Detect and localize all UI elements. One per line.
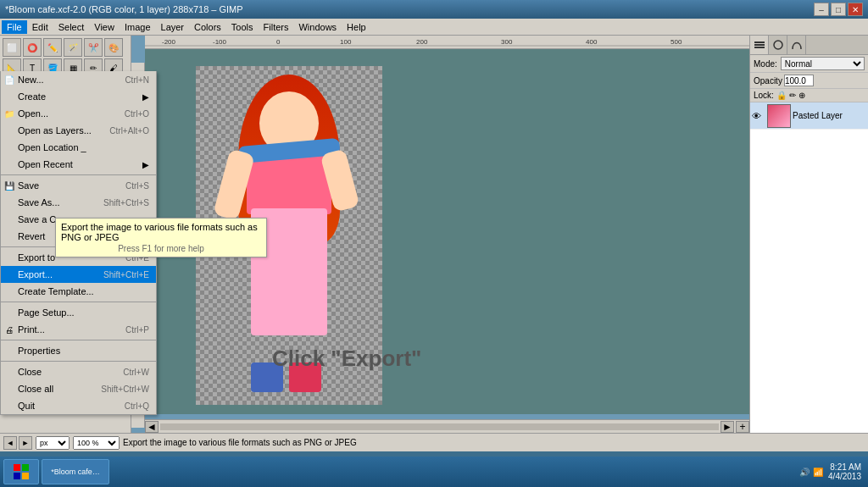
menu-export[interactable]: Export... Shift+Ctrl+E (1, 266, 156, 283)
layer-visibility-eye[interactable]: 👁 (752, 111, 765, 121)
svg-text:500: 500 (670, 38, 682, 46)
menu-filters[interactable]: Filters (259, 20, 294, 34)
menu-image[interactable]: Image (120, 20, 156, 34)
nav-back-btn[interactable]: ◄ (3, 436, 17, 450)
menu-save[interactable]: 💾 Save Ctrl+S (1, 177, 156, 194)
scroll-left-btn[interactable]: ◄ (145, 421, 159, 433)
zoom-select[interactable]: 100 % (73, 436, 120, 450)
menu-tools[interactable]: Tools (226, 20, 259, 34)
clock-time: 8:21 AM (828, 462, 861, 472)
mode-row: Mode: Normal (750, 55, 868, 73)
close-menu-icon (3, 365, 16, 379)
menu-print-shortcut: Ctrl+P (125, 325, 149, 335)
menu-export-to-label: Export to (18, 252, 55, 263)
menu-properties[interactable]: Properties (1, 342, 156, 359)
taskbar-gimp-btn[interactable]: *Bloom cafe… (42, 459, 109, 484)
menu-close-shortcut: Ctrl+W (123, 368, 149, 377)
tab-paths[interactable] (787, 36, 806, 54)
print-icon: 🖨 (3, 323, 16, 336)
tool-scissors[interactable]: ✂️ (84, 38, 103, 57)
layer-row[interactable]: 👁 Pasted Layer (750, 102, 868, 130)
create-template-icon (3, 285, 16, 298)
close-button[interactable]: ✕ (848, 3, 863, 16)
opacity-row: Opacity (750, 73, 868, 89)
menu-new-shortcut: Ctrl+N (125, 75, 149, 85)
taskbar: *Bloom cafe… 🔊 📶 8:21 AM 4/4/2013 (0, 457, 868, 487)
menu-create-template-label: Create Template... (18, 286, 94, 296)
nav-fwd-btn[interactable]: ► (19, 436, 32, 450)
svg-rect-0 (145, 36, 749, 49)
menu-open[interactable]: 📁 Open... Ctrl+O (1, 105, 156, 122)
mode-select[interactable]: Normal (781, 57, 865, 70)
tool-free-select[interactable]: ✏️ (43, 38, 62, 57)
svg-text:-100: -100 (213, 38, 227, 46)
export-to-icon (3, 251, 16, 264)
menu-quit[interactable]: Quit Ctrl+Q (1, 397, 156, 414)
menu-edit[interactable]: Edit (27, 20, 53, 34)
scroll-expand-btn[interactable]: + (736, 421, 749, 433)
tool-foreground[interactable]: 🎨 (104, 38, 123, 57)
tooltip-hint-text: Press F1 for more help (61, 244, 261, 253)
menu-file[interactable]: File (2, 20, 27, 34)
svg-rect-27 (22, 473, 29, 479)
menu-bar: File Edit Select View Image Layer Colors… (0, 19, 868, 36)
menu-create-template[interactable]: Create Template... (1, 283, 156, 300)
svg-point-23 (774, 41, 782, 49)
open-location-icon (3, 141, 16, 154)
tool-rectangle[interactable]: ⬜ (3, 38, 21, 57)
page-setup-icon (3, 306, 16, 319)
taskbar-gimp-label: *Bloom cafe… (51, 468, 100, 476)
menu-properties-label: Properties (18, 346, 60, 356)
tool-ellipse[interactable]: ⭕ (23, 38, 42, 57)
tab-layers[interactable] (750, 36, 769, 54)
status-message: Export the image to various file formats… (123, 438, 865, 447)
tooltip-box: Export the image to various file formats… (55, 218, 267, 257)
svg-rect-24 (14, 464, 20, 471)
menu-save-as[interactable]: Save As... Shift+Ctrl+S (1, 194, 156, 211)
lock-brush-icon[interactable]: ✏ (789, 91, 796, 100)
menu-view[interactable]: View (89, 20, 120, 34)
menu-open-recent[interactable]: Open Recent ▶ (1, 156, 156, 173)
tab-channels[interactable] (769, 36, 787, 54)
menu-help[interactable]: Help (342, 20, 371, 34)
menu-close-all[interactable]: Close all Shift+Ctrl+W (1, 380, 156, 397)
unit-select[interactable]: px (36, 436, 70, 450)
svg-text:300: 300 (501, 38, 513, 46)
menu-select[interactable]: Select (53, 20, 90, 34)
status-bar: ◄ ► px 100 % Export the image to various… (0, 433, 868, 451)
status-nav-buttons: ◄ ► (3, 436, 32, 450)
menu-layer[interactable]: Layer (156, 20, 190, 34)
menu-revert-label: Revert (18, 231, 45, 241)
scroll-right-btn[interactable]: ► (721, 421, 734, 433)
sep5 (1, 361, 156, 362)
menu-export-shortcut: Shift+Ctrl+E (103, 270, 149, 279)
menu-open-layers[interactable]: Open as Layers... Ctrl+Alt+O (1, 122, 156, 139)
maximize-button[interactable]: □ (831, 3, 846, 16)
minimize-button[interactable]: – (814, 3, 829, 16)
horizontal-scrollbar[interactable]: ◄ ► + (145, 419, 749, 433)
menu-quit-shortcut: Ctrl+Q (125, 401, 149, 411)
layer-name: Pasted Layer (793, 111, 843, 120)
menu-close[interactable]: Close Ctrl+W (1, 363, 156, 380)
start-button[interactable] (3, 459, 39, 484)
menu-windows[interactable]: Windows (293, 20, 342, 34)
lock-position-icon[interactable]: ⊕ (798, 91, 805, 100)
menu-open-layers-shortcut: Ctrl+Alt+O (109, 126, 149, 136)
sys-tray-icons: 🔊 📶 (799, 468, 823, 477)
menu-new[interactable]: 📄 New... Ctrl+N (1, 71, 156, 88)
layers-list: 👁 Pasted Layer (750, 102, 868, 433)
opacity-input[interactable] (784, 75, 814, 86)
open-recent-arrow: ▶ (142, 160, 149, 169)
new-icon: 📄 (3, 73, 16, 86)
menu-save-label: Save (18, 180, 39, 191)
volume-icon: 🔊 (799, 468, 810, 477)
scroll-track[interactable] (160, 423, 719, 430)
menu-create[interactable]: Create ▶ (1, 88, 156, 105)
menu-print[interactable]: 🖨 Print... Ctrl+P (1, 321, 156, 338)
tool-fuzzy[interactable]: 🪄 (64, 38, 82, 57)
menu-open-location[interactable]: Open Location _ (1, 139, 156, 156)
menu-colors[interactable]: Colors (189, 20, 226, 34)
svg-text:-200: -200 (162, 38, 176, 46)
lock-pixels-icon[interactable]: 🔒 (776, 91, 787, 100)
menu-page-setup[interactable]: Page Setup... (1, 304, 156, 321)
